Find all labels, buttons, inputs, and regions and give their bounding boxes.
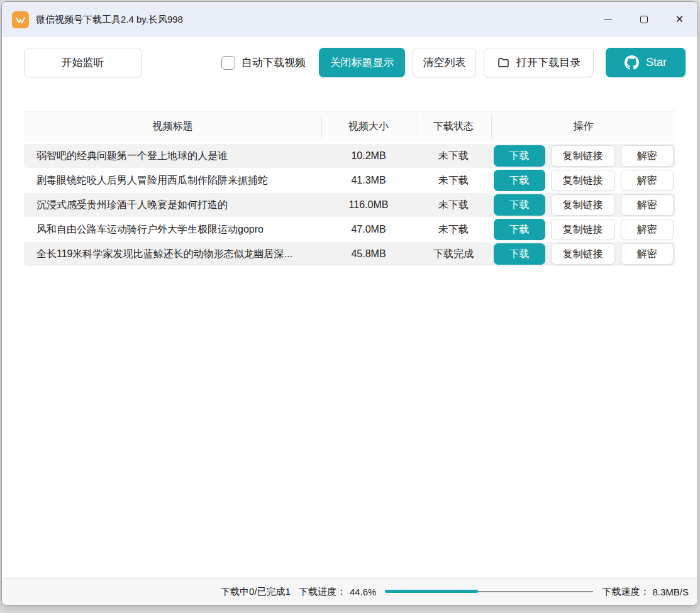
download-status-cell: 未下载 [416,174,491,187]
table-row: 剧毒眼镜蛇咬人后男人冒险用西瓜制作陷阱来抓捕蛇 41.3MB 未下载 下载 复制… [24,168,675,192]
speed-value: 8.3MB/S [652,587,689,597]
table-body: 弱智吧的经典问题第一个登上地球的人是谁 10.2MB 未下载 下载 复制链接 解… [24,144,675,266]
open-download-dir-label: 打开下载目录 [516,55,581,70]
row-actions: 下载 复制链接 解密 [491,170,675,191]
folder-icon [497,56,510,69]
github-star-label: Star [646,56,667,69]
wechat-channels-glyph [14,14,26,26]
speed-label: 下载速度： [602,586,649,598]
auto-download-group: 自动下载视频 [221,55,306,70]
title-bar: 微信视频号下载工具2.4 by.长风998 ✕ [2,2,697,37]
video-title-cell: 风和自由公路车运动骑行户外大学生极限运动gopro [24,223,321,236]
header-video-title: 视频标题 [24,111,321,142]
clear-list-button[interactable]: 清空列表 [413,48,476,77]
header-actions: 操作 [491,111,675,142]
close-icon: ✕ [675,14,684,25]
github-star-button[interactable]: Star [606,48,686,77]
video-size-cell: 45.8MB [321,248,416,260]
toolbar: 开始监听 自动下载视频 关闭标题显示 清空列表 打开下载目录 Star [2,48,697,77]
decrypt-button[interactable]: 解密 [621,170,674,191]
download-status-cell: 未下载 [416,199,491,212]
video-size-cell: 10.2MB [321,150,416,162]
video-size-cell: 47.0MB [321,224,416,235]
app-logo-icon [12,11,29,28]
copy-link-button[interactable]: 复制链接 [551,243,615,265]
progress-label: 下载进度： [299,586,346,598]
start-listen-button[interactable]: 开始监听 [24,48,142,77]
download-status-cell: 未下载 [416,223,491,236]
decrypt-button[interactable]: 解密 [621,145,674,167]
download-button[interactable]: 下载 [494,194,545,216]
minimize-button[interactable] [590,2,626,37]
table-row: 风和自由公路车运动骑行户外大学生极限运动gopro 47.0MB 未下载 下载 … [24,218,675,241]
auto-download-label: 自动下载视频 [242,55,306,70]
maximize-icon [640,16,648,23]
video-title-cell: 剧毒眼镜蛇咬人后男人冒险用西瓜制作陷阱来抓捕蛇 [24,174,321,187]
open-download-dir-button[interactable]: 打开下载目录 [484,48,594,77]
decrypt-button[interactable]: 解密 [621,219,674,240]
video-title-cell: 全长119米科学家发现比蓝鲸还长的动物形态似龙幽居深... [24,248,321,261]
video-table: 视频标题 视频大小 下载状态 操作 弱智吧的经典问题第一个登上地球的人是谁 10… [24,111,675,267]
app-window: 微信视频号下载工具2.4 by.长风998 ✕ 开始监听 自动下载视频 关闭标题… [1,1,698,605]
copy-link-button[interactable]: 复制链接 [551,170,615,191]
status-bar: 下载中0/已完成1 下载进度： 44.6% 下载速度： 8.3MB/S [2,578,697,605]
video-title-cell: 沉浸式感受贵州珍酒千人晚宴是如何打造的 [24,199,321,212]
close-button[interactable]: ✕ [662,2,697,37]
copy-link-button[interactable]: 复制链接 [551,219,615,240]
header-download-status: 下载状态 [416,111,491,142]
decrypt-button[interactable]: 解密 [621,243,674,265]
window-controls: ✕ [590,2,697,37]
minimize-icon [604,19,612,20]
progress-fill [385,590,478,593]
table-row: 全长119米科学家发现比蓝鲸还长的动物形态似龙幽居深... 45.8MB 下载完… [24,242,675,266]
download-button[interactable]: 下载 [494,170,545,191]
table-row: 弱智吧的经典问题第一个登上地球的人是谁 10.2MB 未下载 下载 复制链接 解… [24,144,675,168]
auto-download-checkbox[interactable] [221,56,235,70]
maximize-button[interactable] [626,2,662,37]
window-title: 微信视频号下载工具2.4 by.长风998 [36,14,183,26]
download-button[interactable]: 下载 [494,243,545,265]
row-actions: 下载 复制链接 解密 [491,194,675,216]
download-button[interactable]: 下载 [494,145,545,167]
github-icon [625,55,639,70]
video-size-cell: 116.0MB [321,199,416,211]
toggle-title-display-button[interactable]: 关闭标题显示 [319,48,405,77]
video-title-cell: 弱智吧的经典问题第一个登上地球的人是谁 [24,150,321,163]
progress-bar [385,590,593,594]
download-status-cell: 未下载 [416,150,491,163]
download-counts: 下载中0/已完成1 [221,586,291,598]
row-actions: 下载 复制链接 解密 [491,219,675,240]
copy-link-button[interactable]: 复制链接 [551,145,615,167]
download-status-cell: 下载完成 [416,248,491,261]
table-header: 视频标题 视频大小 下载状态 操作 [24,111,675,142]
download-button[interactable]: 下载 [494,219,545,240]
video-size-cell: 41.3MB [321,175,416,186]
header-video-size: 视频大小 [321,111,416,142]
decrypt-button[interactable]: 解密 [621,194,674,216]
row-actions: 下载 复制链接 解密 [491,145,675,167]
table-row: 沉浸式感受贵州珍酒千人晚宴是如何打造的 116.0MB 未下载 下载 复制链接 … [24,193,675,217]
row-actions: 下载 复制链接 解密 [491,243,675,265]
copy-link-button[interactable]: 复制链接 [551,194,615,216]
progress-value: 44.6% [350,587,377,597]
